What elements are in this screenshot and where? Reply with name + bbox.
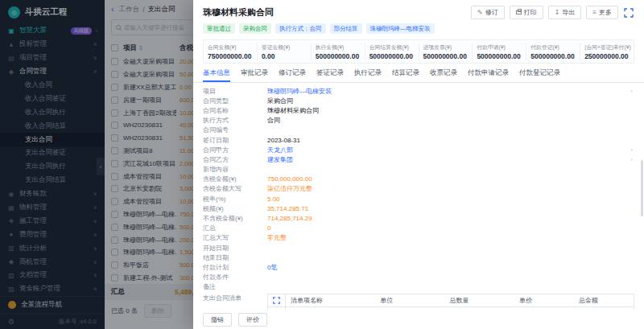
expense-list-table: 清单项名称 单位 总数量 单价 总金额: [267, 294, 634, 310]
field-row: 合同甲方 天龙八部 ›: [203, 145, 634, 154]
print-button[interactable]: 打印: [510, 6, 543, 19]
stat-cell: 付款登记(¥) 500000000.00: [526, 43, 580, 60]
field-label: 结束日期: [203, 253, 267, 262]
field-label: 执行方式: [203, 116, 267, 125]
expense-list-section: 支出合同清单 清单项名称 单位 总数量 单价: [203, 294, 634, 310]
field-row: 合同乙方 建发集团 ›: [203, 154, 634, 164]
chevron-right-icon[interactable]: ›: [630, 146, 634, 154]
expense-table-column: 单位: [375, 294, 444, 306]
field-row: 含税金额(¥) 750,000,000.00: [203, 175, 634, 184]
field-label: 合同乙方: [203, 155, 267, 164]
export-icon: ↧: [555, 10, 560, 16]
more-button[interactable]: ≡更多: [586, 6, 618, 19]
field-value[interactable]: 柒亿伍仟万元整: [267, 184, 634, 193]
drawer-scrollbar[interactable]: [641, 160, 643, 216]
contract-detail-drawer: 珠穆材料采购合同 ✎修订 打印 ↧导出 ≡更多 审批通过 采购合同 执行: [193, 0, 644, 329]
status-tag: 部分结算: [330, 23, 362, 34]
detail-tab[interactable]: 付款申请记录: [468, 68, 509, 82]
detail-tab[interactable]: 修订记录: [279, 68, 306, 82]
app-root: ◎ 斗拱云工程 ▣ 智慧大屏 高级版 › ▲ 投标管理 ∨: [0, 0, 644, 329]
detail-tab[interactable]: 执行记录: [354, 68, 382, 82]
field-label: 开始日期: [203, 244, 267, 253]
field-value[interactable]: 零元整: [267, 233, 634, 242]
detail-tab[interactable]: 付款登记记录: [519, 68, 560, 82]
field-row: 含税金额大写 柒亿伍仟万元整: [203, 184, 634, 194]
stat-cell: 执行金额(¥) 500000000.00: [311, 43, 365, 60]
detail-form: 项目 珠穆朗玛峰—电梯安装 › 合同类型 采购合同 合同名称 珠穆材料采购合同: [193, 83, 644, 310]
expense-table-column: 清单项名称: [286, 294, 375, 306]
stat-cell: 合同结算金额(¥) 500000000.00: [365, 43, 419, 60]
field-value[interactable]: 714,285,714.29: [267, 215, 634, 222]
field-label: 签订日期: [203, 136, 267, 145]
stat-cell: (合同+签证)未付(¥) 250000000.00: [580, 43, 634, 60]
stat-label: 进项发票(¥): [423, 43, 469, 51]
field-row: 签订日期 2023-08-31: [203, 135, 634, 145]
stat-cell: 签证金额(¥) 0.00: [257, 43, 311, 60]
field-label: 合同编号: [203, 125, 267, 134]
detail-tab[interactable]: 结算记录: [392, 68, 419, 82]
field-row: 付款条件: [203, 273, 634, 282]
detail-tab[interactable]: 收票记录: [430, 68, 457, 82]
field-label: 项目: [203, 87, 267, 96]
field-label: 不含税金额(¥): [203, 214, 267, 223]
field-value[interactable]: 750,000,000.00: [267, 175, 634, 183]
stat-label: 合同结算金额(¥): [369, 43, 415, 51]
expense-table-column: 总数量: [445, 294, 514, 306]
expense-table-header: 清单项名称 单位 总数量 单价 总金额: [268, 294, 634, 307]
field-row: 项目 珠穆朗玛峰—电梯安装 ›: [203, 86, 634, 96]
field-row: 备注: [203, 282, 634, 292]
fullscreen-button[interactable]: [623, 7, 634, 19]
field-value[interactable]: 2023-08-31: [267, 137, 634, 144]
stat-value: 0.00: [262, 52, 307, 60]
footer-action-button[interactable]: 评价: [238, 313, 267, 327]
export-button[interactable]: ↧导出: [548, 6, 582, 19]
field-value[interactable]: 0: [267, 224, 634, 232]
expense-list-label: 支出合同清单: [203, 294, 267, 302]
field-label: 税额(¥): [203, 204, 267, 213]
field-row: 汇总大写 零元整: [203, 233, 634, 243]
edit-icon: ✎: [477, 10, 483, 16]
field-value[interactable]: 5.00: [267, 195, 634, 203]
stats-bar: 合同金额(¥) 750000000.00 签证金额(¥) 0.00 执行金额(¥…: [203, 39, 634, 64]
field-value[interactable]: 0笔: [267, 263, 634, 272]
field-row: 结束日期: [203, 253, 634, 262]
stat-value: 500000000.00: [423, 52, 469, 60]
field-label: 备注: [203, 282, 267, 291]
status-tag: 审批通过: [203, 23, 235, 34]
revise-button[interactable]: ✎修订: [471, 6, 505, 19]
stat-value: 500000000.00: [369, 52, 415, 60]
field-label: 汇总大写: [203, 233, 267, 242]
field-value[interactable]: 合同: [267, 116, 634, 125]
field-label: 付款计划: [203, 263, 267, 272]
footer-action-button[interactable]: 撤销: [203, 313, 232, 327]
status-tag: 珠穆朗玛峰—电梯安装: [366, 23, 435, 34]
table-fullscreen-button[interactable]: [268, 294, 286, 306]
drawer-header: 珠穆材料采购合同 ✎修订 打印 ↧导出 ≡更多 审批通过 采购合同 执行: [193, 0, 644, 39]
stat-label: 执行金额(¥): [316, 43, 361, 51]
field-row: 税额(¥) 35,714,285.71: [203, 204, 634, 213]
chevron-right-icon[interactable]: ›: [630, 88, 634, 95]
field-value[interactable]: 天龙八部: [267, 146, 627, 154]
detail-tab[interactable]: 基本信息: [203, 68, 230, 82]
field-label: 汇总: [203, 224, 267, 232]
detail-tab[interactable]: 签证记录: [316, 68, 344, 82]
status-tag: 执行方式：合同: [275, 23, 326, 34]
field-value[interactable]: 珠穆材料采购合同: [267, 106, 634, 115]
stat-label: 合同金额(¥): [208, 43, 253, 51]
table-fullscreen-icon: [273, 297, 280, 304]
chevron-right-icon[interactable]: ›: [630, 156, 634, 163]
detail-tab[interactable]: 审批记录: [241, 68, 268, 82]
field-label: 含税金额(¥): [203, 175, 267, 183]
field-value[interactable]: 采购合同: [267, 97, 634, 105]
field-value[interactable]: 珠穆朗玛峰—电梯安装: [267, 87, 627, 96]
field-value[interactable]: 35,714,285.71: [267, 205, 634, 212]
stat-value: 500000000.00: [316, 52, 361, 60]
stat-label: 签证金额(¥): [262, 43, 307, 51]
field-row: 开始日期: [203, 243, 634, 253]
field-value[interactable]: 建发集团: [267, 155, 627, 164]
expense-table-column: 单价: [514, 294, 574, 306]
status-tag: 采购合同: [239, 23, 271, 34]
field-row: 执行方式 合同: [203, 116, 634, 125]
stat-cell: 付款申请(¥) 500000000.00: [472, 43, 526, 60]
field-row: 新增内容: [203, 165, 634, 175]
